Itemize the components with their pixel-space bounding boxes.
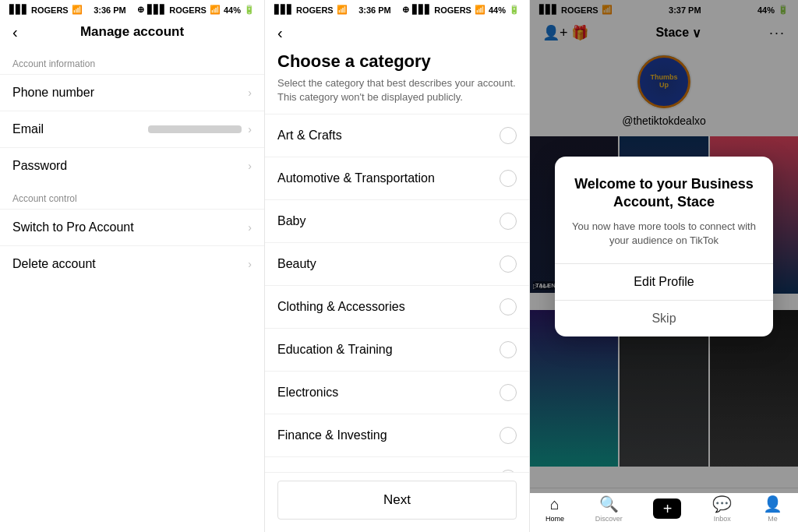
category-item-clothing[interactable]: Clothing & Accessories [265, 285, 529, 328]
status-right-p2: ⊕ ▋▋▋ ROGERS 📶 44% 🔋 [402, 5, 520, 15]
wifi-icon: 📶 [72, 5, 83, 15]
nav-p2: ‹ [265, 18, 529, 45]
battery-icon-p2: 🔋 [509, 5, 520, 15]
time-p2: 3:36 PM [358, 5, 391, 15]
radio-electronics[interactable] [500, 384, 517, 401]
radio-art[interactable] [500, 127, 517, 144]
category-list: Art & Crafts Automotive & Transportation… [265, 114, 529, 532]
email-value-container: › [148, 123, 252, 136]
wifi-p2b: 📶 [475, 5, 486, 15]
modal-overlay[interactable]: Welcome to your Business Account, Stace … [530, 0, 798, 493]
carrier-p2b: ROGERS [434, 5, 471, 15]
nav-home[interactable]: ⌂ Home [546, 495, 564, 523]
nav-discover[interactable]: 🔍 Discover [595, 495, 623, 523]
modal-title: Welcome to your Business Account, Stace [570, 175, 757, 212]
location-p2: ⊕ [402, 5, 409, 15]
location-icon: ⊕ [137, 5, 144, 15]
category-title: Choose a category [265, 45, 529, 76]
category-label-clothing: Clothing & Accessories [277, 300, 405, 314]
section-label-account-control: Account control [0, 184, 264, 209]
signal-icon: ▋▋▋ [9, 5, 28, 15]
carrier-p1: ROGERS [31, 5, 69, 15]
category-label-electronics: Electronics [277, 386, 338, 400]
next-btn-container: Next [265, 472, 529, 532]
time-p1: 3:36 PM [94, 5, 126, 15]
manage-account-panel: ▋▋▋ ROGERS 📶 3:36 PM ⊕ ▋▋▋ ROGERS 📶 44% … [0, 0, 265, 532]
radio-finance[interactable] [500, 427, 517, 444]
delete-account-item[interactable]: Delete account › [0, 245, 264, 282]
nav-header-p1: ‹ Manage account [0, 18, 264, 49]
nav-discover-label: Discover [595, 515, 623, 523]
nav-inbox[interactable]: 💬 Inbox [712, 495, 732, 523]
battery-icon: 🔋 [244, 5, 255, 15]
category-label-auto: Automotive & Transportation [277, 171, 435, 185]
radio-auto[interactable] [500, 170, 517, 187]
signal-p2b: ▋▋▋ [412, 5, 431, 15]
radio-baby[interactable] [500, 213, 517, 230]
status-left-p1: ▋▋▋ ROGERS 📶 [9, 5, 83, 15]
category-label-beauty: Beauty [277, 257, 316, 271]
chevron-icon-pro: › [248, 221, 252, 234]
carrier-p2: ROGERS [296, 5, 334, 15]
status-bar-p1: ▋▋▋ ROGERS 📶 3:36 PM ⊕ ▋▋▋ ROGERS 📶 44% … [0, 0, 264, 18]
welcome-modal: Welcome to your Business Account, Stace … [555, 157, 773, 336]
search-icon: 🔍 [599, 495, 619, 513]
chevron-icon-password: › [248, 160, 252, 172]
wifi-p2: 📶 [337, 5, 348, 15]
category-item-baby[interactable]: Baby [265, 199, 529, 242]
add-button[interactable]: + [653, 499, 681, 519]
battery-p2: 44% [489, 5, 506, 15]
radio-education[interactable] [500, 341, 517, 358]
switch-pro-label: Switch to Pro Account [12, 220, 134, 234]
category-label-finance: Finance & Investing [277, 428, 387, 442]
chevron-icon-phone: › [248, 86, 252, 99]
category-item-art[interactable]: Art & Crafts [265, 114, 529, 157]
choose-category-panel: ▋▋▋ ROGERS 📶 3:36 PM ⊕ ▋▋▋ ROGERS 📶 44% … [265, 0, 530, 532]
password-label: Password [12, 159, 67, 173]
category-label-education: Education & Training [277, 343, 393, 357]
radio-clothing[interactable] [500, 298, 517, 315]
back-button-p2[interactable]: ‹ [277, 24, 283, 41]
phone-number-item[interactable]: Phone number › [0, 74, 264, 111]
status-bar-p2: ▋▋▋ ROGERS 📶 3:36 PM ⊕ ▋▋▋ ROGERS 📶 44% … [265, 0, 529, 18]
radio-beauty[interactable] [500, 255, 517, 273]
wifi-icon2: 📶 [210, 5, 221, 15]
email-item[interactable]: Email › [0, 111, 264, 147]
bottom-nav: ⌂ Home 🔍 Discover + 💬 Inbox 👤 Me [530, 488, 798, 532]
switch-pro-item[interactable]: Switch to Pro Account › [0, 209, 264, 245]
page-title-p1: Manage account [80, 24, 184, 40]
profile-icon: 👤 [763, 495, 782, 513]
category-item-auto[interactable]: Automotive & Transportation [265, 157, 529, 199]
signal-p2: ▋▋▋ [274, 5, 293, 15]
category-item-electronics[interactable]: Electronics [265, 371, 529, 414]
category-label-art: Art & Crafts [277, 129, 342, 143]
category-label-baby: Baby [277, 214, 305, 228]
status-right-p1: ⊕ ▋▋▋ ROGERS 📶 44% 🔋 [137, 5, 255, 15]
category-item-beauty[interactable]: Beauty [265, 242, 529, 285]
home-icon: ⌂ [550, 495, 560, 513]
skip-button[interactable]: Skip [570, 301, 757, 336]
email-label: Email [12, 122, 44, 136]
nav-inbox-label: Inbox [714, 515, 731, 523]
category-item-finance[interactable]: Finance & Investing [265, 414, 529, 456]
nav-home-label: Home [546, 515, 564, 523]
signal-icon2: ▋▋▋ [147, 5, 166, 15]
category-item-education[interactable]: Education & Training [265, 328, 529, 371]
next-button[interactable]: Next [277, 481, 517, 520]
password-item[interactable]: Password › [0, 147, 264, 184]
nav-me[interactable]: 👤 Me [763, 495, 782, 523]
status-left-p2: ▋▋▋ ROGERS 📶 [274, 5, 348, 15]
inbox-icon: 💬 [712, 495, 732, 513]
edit-profile-button[interactable]: Edit Profile [570, 264, 757, 300]
battery-p1: 44% [224, 5, 241, 15]
back-button-p1[interactable]: ‹ [12, 24, 18, 40]
category-subtitle: Select the category that best describes … [265, 76, 529, 114]
section-label-account-info: Account information [0, 49, 264, 74]
email-blur [148, 125, 242, 133]
modal-subtitle: You now have more tools to connect with … [570, 220, 757, 248]
nav-add[interactable]: + [653, 499, 681, 519]
phone-number-label: Phone number [12, 86, 94, 100]
tiktok-profile-panel: ▋▋▋ ROGERS 📶 3:37 PM 44% 🔋 👤+ 🎁 Stace ∨ … [530, 0, 798, 532]
delete-account-label: Delete account [12, 257, 96, 271]
chevron-icon-email: › [248, 123, 252, 136]
